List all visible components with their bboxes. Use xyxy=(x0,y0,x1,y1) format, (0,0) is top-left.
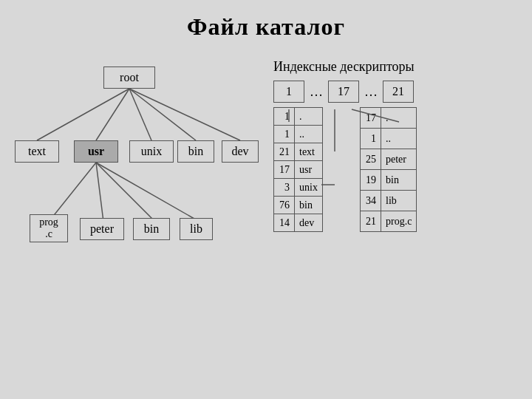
inode-header: 1 … 17 … 21 xyxy=(273,81,528,103)
name-cell: bin xyxy=(295,197,323,214)
name-cell: .. xyxy=(295,126,323,143)
name-cell: . xyxy=(295,108,323,126)
node-dev: dev xyxy=(222,140,259,163)
page-title: Файл каталог xyxy=(0,0,532,41)
inode-cell: 34 xyxy=(361,191,381,211)
name-cell: text xyxy=(295,143,323,161)
table-row: 1.. xyxy=(274,126,323,143)
table-row: 19bin xyxy=(361,170,417,191)
svg-line-4 xyxy=(129,89,240,140)
node-text: text xyxy=(15,140,59,163)
node-root: root xyxy=(103,66,155,89)
table-row: 3unix xyxy=(274,179,323,197)
svg-line-1 xyxy=(96,89,129,140)
svg-line-8 xyxy=(96,163,200,222)
inode-cell: 17 xyxy=(361,108,381,129)
inode-num-21: 21 xyxy=(383,81,414,103)
svg-line-7 xyxy=(96,163,155,222)
name-cell: . xyxy=(381,108,417,129)
table-row: 17. xyxy=(361,108,417,129)
table-row: 1. xyxy=(274,108,323,126)
inode-num-1: 1 xyxy=(273,81,304,103)
table-row: 76bin xyxy=(274,197,323,214)
name-cell: .. xyxy=(381,129,417,149)
inode-cell: 21 xyxy=(274,143,295,161)
inode-ellipsis-2: … xyxy=(359,84,383,100)
dir-table-root: 1.1..21text17usr3unix76bin14dev xyxy=(273,107,323,232)
inode-ellipsis-1: … xyxy=(304,84,328,100)
inode-cell: 1 xyxy=(361,129,381,149)
svg-line-2 xyxy=(129,89,151,140)
table-row: 1.. xyxy=(361,129,417,149)
inode-num-17: 17 xyxy=(328,81,359,103)
table-row: 21text xyxy=(274,143,323,161)
table-row: 14dev xyxy=(274,214,323,232)
inode-cell: 19 xyxy=(361,170,381,191)
node-lib: lib xyxy=(180,218,213,240)
svg-line-6 xyxy=(96,163,103,222)
svg-line-5 xyxy=(49,163,96,222)
name-cell: unix xyxy=(295,179,323,197)
table-row: 25peter xyxy=(361,149,417,170)
name-cell: usr xyxy=(295,161,323,179)
node-prog: prog.c xyxy=(30,214,68,242)
table-row: 34lib xyxy=(361,191,417,211)
inode-cell: 76 xyxy=(274,197,295,214)
inode-cell: 1 xyxy=(274,108,295,126)
svg-line-0 xyxy=(37,89,129,140)
name-cell: prog.c xyxy=(381,211,417,232)
inode-section-title: Индексные дескрипторы xyxy=(273,59,528,75)
inode-cell: 25 xyxy=(361,149,381,170)
inode-cell: 1 xyxy=(274,126,295,143)
inode-cell: 14 xyxy=(274,214,295,232)
table-row: 17usr xyxy=(274,161,323,179)
node-peter: peter xyxy=(80,218,124,240)
table-row: 21prog.c xyxy=(361,211,417,232)
inode-area: Индексные дескрипторы 1 … 17 … 21 1.1..2… xyxy=(266,59,528,232)
inode-cell: 17 xyxy=(274,161,295,179)
name-cell: bin xyxy=(381,170,417,191)
inode-cell: 3 xyxy=(274,179,295,197)
inode-cell: 21 xyxy=(361,211,381,232)
node-unix: unix xyxy=(129,140,174,163)
name-cell: lib xyxy=(381,191,417,211)
name-cell: dev xyxy=(295,214,323,232)
node-usr: usr xyxy=(74,140,118,163)
name-cell: peter xyxy=(381,149,417,170)
node-bin2: bin xyxy=(133,218,170,240)
dir-tables-row: 1.1..21text17usr3unix76bin14dev 17.1..25… xyxy=(273,107,528,232)
dir-table-usr: 17.1..25peter19bin34lib21prog.c xyxy=(360,107,417,232)
tree-area: root text usr unix bin dev prog.c peter … xyxy=(7,59,259,369)
node-bin: bin xyxy=(177,140,214,163)
